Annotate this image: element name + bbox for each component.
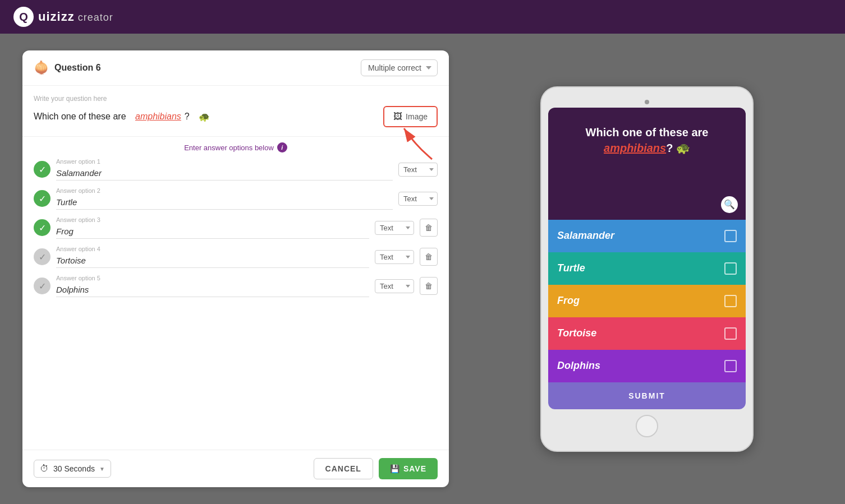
tablet-checkbox-2[interactable] (724, 262, 737, 275)
text-select-2[interactable]: Text (398, 192, 438, 206)
question-suffix: ? (185, 112, 190, 122)
tablet-checkbox-4[interactable] (724, 327, 737, 340)
answer-options-container: ✓ Answer option 1 Text ✓ Answer option 2… (22, 155, 449, 450)
tablet-q-prefix: Which one of these are (586, 126, 709, 138)
text-select-5[interactable]: Text (375, 279, 414, 293)
tablet-home-button[interactable] (636, 415, 658, 437)
correct-check-2[interactable]: ✓ (34, 190, 50, 207)
tablet-q-suffix: ? (666, 142, 673, 154)
answer-input-3[interactable] (56, 224, 369, 239)
answer-row-5: ✓ Answer option 5 Text 🗑 (34, 271, 438, 300)
tablet-answer-1[interactable]: Salamander (548, 220, 746, 252)
question-prefix: Which one of these are (34, 112, 126, 122)
editor-header: 🧅 Question 6 Multiple correct Single cor… (22, 50, 449, 86)
text-select-4[interactable]: Text (375, 250, 414, 264)
question-placeholder-label: Write your question here (34, 95, 438, 103)
image-icon: 🖼 (393, 112, 402, 122)
amphibians-text: amphibians (135, 112, 181, 122)
answer-field-1: Answer option 1 (56, 158, 393, 181)
logo: Q uizizzcreator (13, 7, 113, 27)
tablet-amphibians: amphibians (604, 142, 666, 154)
question-text: Which one of these are amphibians? 🐢 (34, 112, 210, 122)
zoom-icon[interactable]: 🔍 (721, 196, 738, 213)
top-navigation: Q uizizzcreator (0, 0, 845, 34)
timer-icon: ⏱ (40, 464, 49, 474)
answer-input-5[interactable] (56, 283, 369, 297)
answer-field-2: Answer option 2 (56, 187, 393, 210)
tablet-question-text: Which one of these are amphibians? 🐢 (559, 124, 734, 156)
delete-answer-3[interactable]: 🗑 (420, 219, 438, 237)
tablet-answer-label-5: Dolphins (557, 360, 600, 372)
tablet-answer-label-1: Salamander (557, 230, 614, 242)
save-icon: 💾 (390, 464, 400, 473)
tablet-checkbox-5[interactable] (724, 360, 737, 372)
timer-label: 30 Seconds (53, 464, 95, 473)
turtle-emoji: 🐢 (199, 112, 210, 122)
text-select-3[interactable]: Text (375, 221, 414, 235)
neutral-check-5[interactable]: ✓ (34, 278, 50, 294)
save-button[interactable]: 💾 SAVE (379, 458, 438, 479)
answer-row-2: ✓ Answer option 2 Text (34, 184, 438, 213)
tablet-answers: Salamander Turtle Frog Tortoise (548, 220, 746, 382)
answer-options-label: Enter answer options below i (22, 137, 449, 155)
tablet-camera (645, 100, 649, 104)
answer-input-1[interactable] (56, 166, 393, 181)
question-body: Write your question here Which one of th… (22, 86, 449, 137)
question-text-row: Which one of these are amphibians? 🐢 🖼 I… (34, 106, 438, 127)
image-button-label: Image (406, 112, 428, 121)
question-icon: 🧅 (34, 61, 49, 75)
question-title: Question 6 (54, 63, 101, 73)
tablet-question-area: Which one of these are amphibians? 🐢 🔍 (548, 108, 746, 220)
answer-label-3: Answer option 3 (56, 216, 369, 223)
tablet-device: Which one of these are amphibians? 🐢 🔍 S… (540, 86, 754, 452)
main-content: 🧅 Question 6 Multiple correct Single cor… (0, 34, 845, 504)
answer-label-2: Answer option 2 (56, 187, 393, 194)
cancel-button[interactable]: CANCEL (314, 458, 373, 479)
creator-label: creator (78, 12, 113, 23)
tablet-answer-5[interactable]: Dolphins (548, 350, 746, 382)
answer-row-1: ✓ Answer option 1 Text (34, 155, 438, 184)
editor-panel: 🧅 Question 6 Multiple correct Single cor… (22, 50, 449, 487)
footer-buttons: CANCEL 💾 SAVE (314, 458, 438, 479)
answer-row-3: ✓ Answer option 3 Text 🗑 (34, 213, 438, 242)
correct-check-3[interactable]: ✓ (34, 219, 50, 236)
save-label: SAVE (403, 464, 426, 473)
timer-select[interactable]: ⏱ 30 Seconds ▼ (34, 460, 111, 478)
tablet-turtle-emoji: 🐢 (676, 142, 690, 154)
tablet-answer-label-4: Tortoise (557, 327, 596, 339)
tablet-answer-label-3: Frog (557, 295, 580, 307)
answer-input-2[interactable] (56, 195, 393, 210)
answer-field-3: Answer option 3 (56, 216, 369, 239)
tablet-answer-label-2: Turtle (557, 262, 585, 274)
tablet-answer-3[interactable]: Frog (548, 285, 746, 317)
answer-label-4: Answer option 4 (56, 246, 369, 252)
delete-answer-5[interactable]: 🗑 (420, 277, 438, 295)
timer-chevron: ▼ (99, 466, 105, 472)
delete-answer-4[interactable]: 🗑 (420, 248, 438, 266)
logo-q-circle: Q (13, 7, 34, 27)
tablet-screen: Which one of these are amphibians? 🐢 🔍 S… (548, 108, 746, 409)
tablet-answer-2[interactable]: Turtle (548, 252, 746, 285)
tablet-checkbox-1[interactable] (724, 230, 737, 242)
answer-input-4[interactable] (56, 253, 369, 268)
answer-field-5: Answer option 5 (56, 275, 369, 297)
text-select-1[interactable]: Text (398, 163, 438, 177)
tablet-submit-button[interactable]: SUBMIT (548, 382, 746, 409)
correct-check-1[interactable]: ✓ (34, 161, 50, 178)
info-icon: i (277, 142, 287, 152)
image-button[interactable]: 🖼 Image (383, 106, 438, 127)
answer-label-5: Answer option 5 (56, 275, 369, 281)
logo-name: uizizzcreator (38, 10, 113, 24)
tablet-preview-container: Which one of these are amphibians? 🐢 🔍 S… (471, 50, 823, 487)
answer-field-4: Answer option 4 (56, 246, 369, 268)
neutral-check-4[interactable]: ✓ (34, 248, 50, 265)
answer-row-4: ✓ Answer option 4 Text 🗑 (34, 242, 438, 271)
tablet-answer-4[interactable]: Tortoise (548, 317, 746, 350)
question-type-select[interactable]: Multiple correct Single correct True/Fal… (361, 59, 438, 76)
tablet-checkbox-3[interactable] (724, 295, 737, 307)
editor-header-left: 🧅 Question 6 (34, 61, 101, 75)
answer-label-1: Answer option 1 (56, 158, 393, 165)
editor-footer: ⏱ 30 Seconds ▼ CANCEL 💾 SAVE (22, 450, 449, 487)
